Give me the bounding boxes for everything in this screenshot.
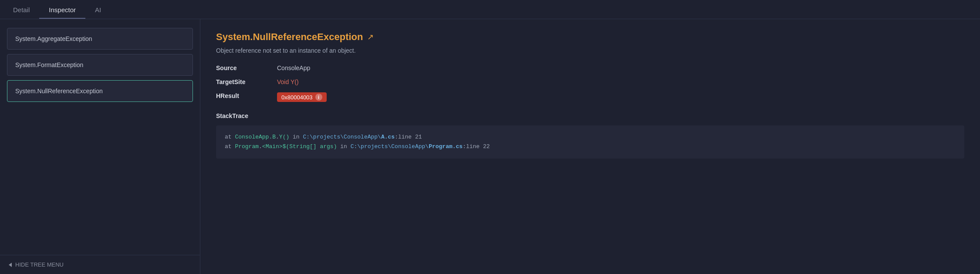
st-at-2: at (225, 143, 235, 150)
st-method-2: <Main>$(String[] args) (262, 143, 337, 150)
exception-item-nullref[interactable]: System.NullReferenceException (7, 80, 193, 102)
st-dot-1: . (276, 134, 279, 140)
detail-row-hresult: HResult 0x80004003 i (216, 92, 964, 102)
stacktrace-label: StackTrace (216, 112, 964, 119)
st-path-2: C:\projects\ConsoleApp\ (351, 143, 429, 150)
main-content: System.AggregateException System.FormatE… (0, 19, 980, 274)
st-file-2: Program.cs (429, 143, 463, 150)
exception-item-format[interactable]: System.FormatException (7, 54, 193, 76)
st-method-1: Y() (279, 134, 289, 140)
st-class-1: ConsoleApp.B (235, 134, 276, 140)
exception-title-row: System.NullReferenceException ↗ (216, 31, 964, 43)
left-panel: System.AggregateException System.FormatE… (0, 19, 200, 274)
detail-table: Source ConsoleApp TargetSite Void Y() HR… (216, 64, 964, 102)
tab-detail[interactable]: Detail (3, 2, 39, 19)
st-class-2: Program (235, 143, 259, 150)
st-path-1: C:\projects\ConsoleApp\ (303, 134, 381, 140)
st-linenum-2: :line 22 (463, 143, 490, 150)
st-at-1: at (225, 134, 235, 140)
hresult-value: 0x80004003 (281, 94, 313, 101)
detail-value-targetsite: Void Y() (277, 78, 299, 85)
hresult-badge[interactable]: 0x80004003 i (277, 92, 327, 102)
stacktrace-block: at ConsoleApp.B.Y() in C:\projects\Conso… (216, 125, 964, 159)
tab-ai[interactable]: AI (85, 2, 111, 19)
st-file-1: A.cs (381, 134, 395, 140)
detail-label-source: Source (216, 64, 277, 71)
hide-tree-label: HIDE TREE MENU (15, 261, 64, 268)
detail-label-targetsite: TargetSite (216, 78, 277, 85)
st-in-2: in (337, 143, 350, 150)
st-in-1: in (289, 134, 303, 140)
detail-row-source: Source ConsoleApp (216, 64, 964, 71)
exception-description: Object reference not set to an instance … (216, 47, 964, 54)
right-panel: System.NullReferenceException ↗ Object r… (200, 19, 980, 274)
stacktrace-line-2: at Program.<Main>$(String[] args) in C:\… (225, 142, 956, 152)
detail-value-source: ConsoleApp (277, 64, 310, 71)
hide-tree-button[interactable]: HIDE TREE MENU (0, 255, 200, 274)
exception-title-text: System.NullReferenceException (216, 31, 363, 43)
detail-value-hresult: 0x80004003 i (277, 92, 327, 102)
external-link-icon[interactable]: ↗ (367, 32, 374, 42)
detail-row-targetsite: TargetSite Void Y() (216, 78, 964, 85)
stacktrace-line-1: at ConsoleApp.B.Y() in C:\projects\Conso… (225, 132, 956, 142)
st-linenum-1: :line 21 (395, 134, 422, 140)
tab-bar: Detail Inspector AI (0, 0, 980, 19)
exception-item-aggregate[interactable]: System.AggregateException (7, 28, 193, 50)
info-icon[interactable]: i (315, 94, 322, 101)
detail-label-hresult: HResult (216, 92, 277, 99)
tab-inspector[interactable]: Inspector (39, 2, 85, 19)
st-dot-2: . (259, 143, 262, 150)
chevron-left-icon (9, 263, 12, 267)
